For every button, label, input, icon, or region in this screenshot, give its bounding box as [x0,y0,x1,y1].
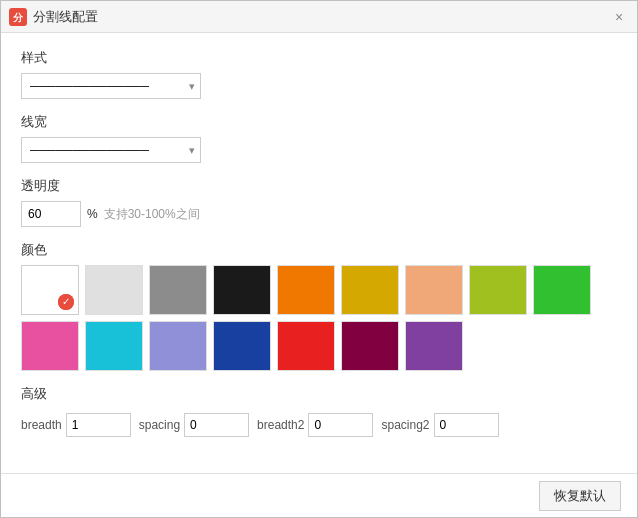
field-label-breadth: breadth [21,418,62,432]
linewidth-select[interactable]: ────────────── [21,137,201,163]
color-cell-black[interactable] [213,265,271,315]
color-cell-white[interactable]: ✓ [21,265,79,315]
colors-grid: ✓ [21,265,617,371]
color-cell-pink[interactable] [21,321,79,371]
color-cell-orange[interactable] [277,265,335,315]
field-input-breadth[interactable] [66,413,131,437]
advanced-label: 高级 [21,385,617,403]
svg-text:分: 分 [12,12,24,23]
field-group-spacing2: spacing2 [381,413,498,437]
linewidth-label: 线宽 [21,113,617,131]
color-cell-lavender[interactable] [149,321,207,371]
color-cell-lime[interactable] [469,265,527,315]
field-label-spacing: spacing [139,418,180,432]
field-input-spacing[interactable] [184,413,249,437]
opacity-label: 透明度 [21,177,617,195]
color-cell-light-gray[interactable] [85,265,143,315]
color-cell-red[interactable] [277,321,335,371]
field-group-breadth2: breadth2 [257,413,373,437]
opacity-unit: % [87,207,98,221]
app-icon: 分 [9,8,27,26]
field-group-spacing: spacing [139,413,249,437]
main-window: 分 分割线配置 × 样式 ────────────── 线宽 ─────────… [0,0,638,518]
footer: 恢复默认 [1,473,637,517]
window-title: 分割线配置 [33,8,609,26]
opacity-input[interactable] [21,201,81,227]
opacity-row: % 支持30-100%之间 [21,201,617,227]
color-cell-navy[interactable] [213,321,271,371]
opacity-hint: 支持30-100%之间 [104,206,200,223]
color-cell-maroon[interactable] [341,321,399,371]
content-area: 样式 ────────────── 线宽 ────────────── 透明度 … [1,33,637,473]
color-cell-gray[interactable] [149,265,207,315]
reset-button[interactable]: 恢复默认 [539,481,621,511]
style-label: 样式 [21,49,617,67]
style-select-wrapper[interactable]: ────────────── [21,73,201,99]
advanced-row: breadthspacingbreadth2spacing2 [21,413,617,437]
field-group-breadth: breadth [21,413,131,437]
color-label: 颜色 [21,241,617,259]
color-cell-yellow[interactable] [341,265,399,315]
color-cell-purple[interactable] [405,321,463,371]
style-select[interactable]: ────────────── [21,73,201,99]
color-cell-peach[interactable] [405,265,463,315]
field-label-spacing2: spacing2 [381,418,429,432]
field-input-breadth2[interactable] [308,413,373,437]
color-cell-cyan[interactable] [85,321,143,371]
titlebar: 分 分割线配置 × [1,1,637,33]
linewidth-select-wrapper[interactable]: ────────────── [21,137,201,163]
field-label-breadth2: breadth2 [257,418,304,432]
color-cell-green[interactable] [533,265,591,315]
close-button[interactable]: × [609,7,629,27]
field-input-spacing2[interactable] [434,413,499,437]
